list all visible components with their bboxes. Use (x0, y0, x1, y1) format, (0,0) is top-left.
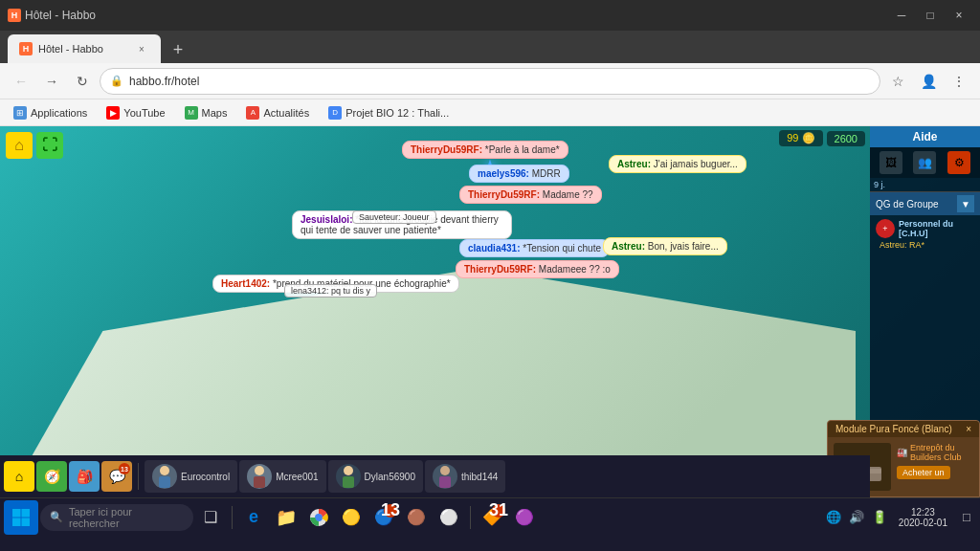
home-hud-button[interactable]: ⌂ (6, 132, 33, 159)
clock-time: 12:23 (911, 507, 935, 518)
panel-icon-2[interactable]: 👥 (913, 151, 936, 174)
view-hud-button[interactable]: ⛶ (36, 132, 63, 159)
taskbar-search-placeholder: Taper ici pour rechercher (69, 506, 184, 529)
taskbar-edge[interactable]: e (238, 502, 269, 533)
battery-icon[interactable]: 🔋 (870, 508, 889, 527)
badge-habbo-2: 13 (384, 504, 397, 518)
sys-icons: 🌐 🔊 🔋 (824, 508, 889, 527)
svg-rect-8 (343, 476, 354, 488)
address-text: habbo.fr/hotel (129, 75, 870, 88)
bookmark-actualites[interactable]: A Actualités (240, 104, 315, 121)
close-button[interactable]: × (946, 6, 972, 25)
qg-content: + Personnel du [C.H.U] Astreu: RA* (870, 215, 980, 255)
taskbar-chrome[interactable] (303, 502, 334, 533)
applications-label: Applications (31, 107, 87, 119)
qg-dropdown-button[interactable]: ▼ (957, 195, 974, 212)
furniture-info: 🏭 Entrepôt du Builders Club Acheter un (897, 443, 973, 479)
windows-taskbar: 🔍 Taper ici pour rechercher ❑ e 📁 🟡 🔵 13… (0, 497, 980, 536)
back-button[interactable]: ← (8, 68, 34, 95)
svg-rect-4 (159, 476, 170, 488)
task-view-icon: ❑ (204, 508, 217, 526)
astreu-message: Astreu: RA* (876, 238, 974, 252)
youtube-icon: ▶ (106, 106, 120, 120)
game-sep (138, 463, 139, 490)
taskbar-sep-2 (470, 506, 471, 529)
shop-label-text: Entrepôt du Builders Club (910, 443, 973, 462)
panel-icon-1[interactable]: 🖼 (880, 151, 902, 174)
bookmark-youtube[interactable]: ▶ YouTube (100, 104, 170, 121)
tab-bar: H Hôtel - Habbo × + (0, 31, 980, 63)
tab-title-text: Hôtel - Habbo (25, 9, 96, 22)
player-entry-1[interactable]: Eurocontrol (145, 460, 237, 493)
chat-badge: 13 (119, 463, 130, 474)
game-container: ★ ⌂ ⛶ 99 🪙 2600 ThierryDu59RF: *Parle à … (0, 126, 980, 497)
settings-icon-btn[interactable]: ⋮ (946, 68, 972, 95)
lock-icon: 🔒 (110, 75, 123, 87)
minimize-button[interactable]: ─ (888, 6, 915, 25)
clock-date: 2020-02-01 (899, 518, 947, 528)
forward-button[interactable]: → (38, 68, 65, 95)
notification-button[interactable]: □ (957, 508, 976, 527)
new-tab-button[interactable]: + (165, 36, 191, 63)
panel-icon-3[interactable]: ⚙ (947, 151, 970, 174)
habbo-icon-6: 🟣 (515, 508, 534, 526)
coin-value: 99 🪙 (787, 132, 814, 144)
bookmark-applications[interactable]: ⊞ Applications (8, 104, 93, 121)
taskbar-habbo-2[interactable]: 🔵 13 (368, 502, 399, 533)
windows-start-button[interactable] (4, 500, 38, 535)
maps-icon: M (185, 106, 198, 120)
aide-button[interactable]: Aide (870, 126, 980, 147)
tab-close-button[interactable]: × (134, 41, 149, 56)
svg-rect-14 (22, 518, 31, 526)
svg-point-7 (344, 466, 353, 475)
panel-day-count: 9 j. (874, 180, 885, 189)
hud-buttons: ⌂ ⛶ (6, 132, 63, 159)
habbo-icon-1: 🟡 (342, 508, 361, 526)
projet-label: Projet BIO 12 : Thali... (345, 107, 449, 119)
system-clock[interactable]: 12:23 2020-02-01 (893, 507, 953, 528)
player-entry-2[interactable]: Mcree001 (239, 460, 325, 493)
taskbar-search[interactable]: 🔍 Taper ici pour rechercher (40, 504, 193, 531)
game-icon-chat[interactable]: 💬 13 (101, 461, 132, 492)
personnel-title: Personnel du (899, 219, 953, 229)
star-decoration: ★ (481, 155, 499, 178)
actualites-label: Actualités (263, 107, 309, 119)
player-entry-3[interactable]: Dylan56900 (328, 460, 423, 493)
title-bar-controls[interactable]: ─ □ × (888, 6, 972, 25)
reload-button[interactable]: ↻ (69, 68, 96, 95)
habbo-icon-4: ⚪ (439, 508, 458, 526)
pixel-value: 2600 (835, 133, 858, 144)
player-entry-4[interactable]: thibd144 (425, 460, 505, 493)
taskbar-right: 🌐 🔊 🔋 12:23 2020-02-01 □ (824, 507, 976, 528)
game-icon-nav[interactable]: 🧭 (36, 461, 67, 492)
taskbar-habbo-1[interactable]: 🟡 (336, 502, 367, 533)
taskbar-explorer[interactable]: 📁 (271, 502, 301, 533)
game-icon-home[interactable]: ⌂ (4, 461, 34, 492)
avatar-svg-1 (154, 464, 175, 489)
qg-personnel-info: Personnel du [C.H.U] (899, 219, 953, 238)
svg-point-3 (160, 466, 169, 475)
taskbar-habbo-3[interactable]: 🟤 (401, 502, 432, 533)
svg-point-5 (255, 466, 264, 475)
bookmark-maps[interactable]: M Maps (179, 104, 234, 121)
network-icon[interactable]: 🌐 (824, 508, 843, 527)
badge-habbo-5: 31 (492, 504, 505, 518)
volume-icon[interactable]: 🔊 (847, 508, 866, 527)
taskbar-habbo-6[interactable]: 🟣 (509, 502, 540, 533)
bookmarks-bar: ⊞ Applications ▶ YouTube M Maps A Actual… (0, 99, 980, 126)
furniture-close-icon[interactable]: × (966, 424, 971, 434)
active-tab[interactable]: H Hôtel - Habbo × (8, 34, 161, 63)
player-avatar-4 (433, 464, 457, 489)
bookmark-icon-btn[interactable]: ☆ (884, 68, 911, 95)
address-bar[interactable]: 🔒 habbo.fr/hotel (100, 68, 880, 95)
taskbar-task-view[interactable]: ❑ (195, 502, 226, 533)
game-icon-inv[interactable]: 🎒 (69, 461, 100, 492)
furniture-buy-button[interactable]: Acheter un (897, 466, 950, 479)
game-taskbar: ⌂ 🧭 🎒 💬 13 Eurocontrol Mcree001 (0, 455, 870, 497)
bookmark-projet[interactable]: D Projet BIO 12 : Thali... (323, 104, 455, 121)
taskbar-habbo-4[interactable]: ⚪ (434, 502, 464, 533)
maximize-button[interactable]: □ (917, 6, 944, 25)
taskbar-habbo-5[interactable]: 🔶 31 (477, 502, 507, 533)
profile-icon-btn[interactable]: 👤 (915, 68, 942, 95)
player-avatar-3 (336, 464, 361, 489)
